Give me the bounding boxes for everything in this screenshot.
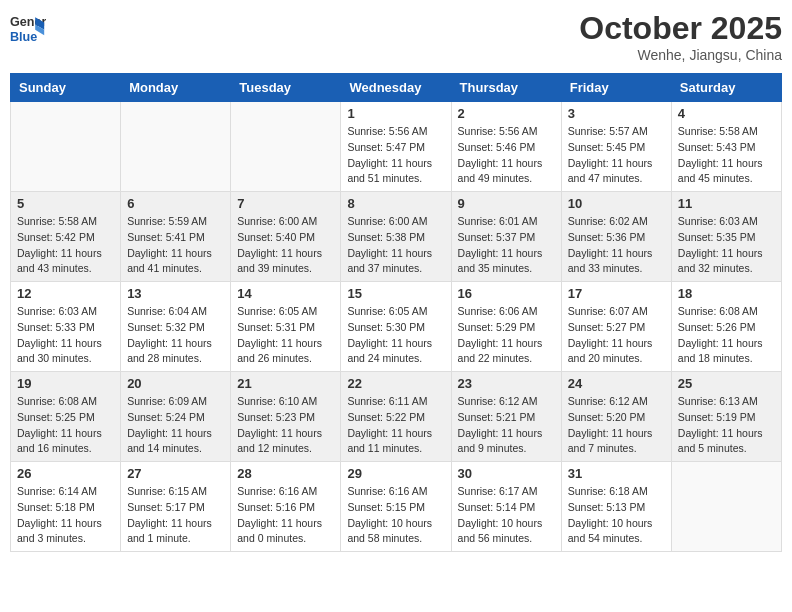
calendar-day-cell: 31Sunrise: 6:18 AM Sunset: 5:13 PM Dayli… <box>561 462 671 552</box>
svg-text:Blue: Blue <box>10 30 37 44</box>
calendar-day-cell: 11Sunrise: 6:03 AM Sunset: 5:35 PM Dayli… <box>671 192 781 282</box>
logo: General Blue <box>10 10 46 46</box>
day-number: 4 <box>678 106 775 121</box>
calendar-day-cell: 28Sunrise: 6:16 AM Sunset: 5:16 PM Dayli… <box>231 462 341 552</box>
day-info: Sunrise: 6:05 AM Sunset: 5:30 PM Dayligh… <box>347 304 444 367</box>
day-info: Sunrise: 6:06 AM Sunset: 5:29 PM Dayligh… <box>458 304 555 367</box>
calendar-week-row: 5Sunrise: 5:58 AM Sunset: 5:42 PM Daylig… <box>11 192 782 282</box>
calendar-day-cell: 27Sunrise: 6:15 AM Sunset: 5:17 PM Dayli… <box>121 462 231 552</box>
weekday-header-friday: Friday <box>561 74 671 102</box>
day-number: 5 <box>17 196 114 211</box>
day-number: 14 <box>237 286 334 301</box>
calendar-day-cell: 5Sunrise: 5:58 AM Sunset: 5:42 PM Daylig… <box>11 192 121 282</box>
day-number: 15 <box>347 286 444 301</box>
day-number: 26 <box>17 466 114 481</box>
day-number: 8 <box>347 196 444 211</box>
day-info: Sunrise: 6:15 AM Sunset: 5:17 PM Dayligh… <box>127 484 224 547</box>
calendar-day-cell: 15Sunrise: 6:05 AM Sunset: 5:30 PM Dayli… <box>341 282 451 372</box>
day-info: Sunrise: 6:04 AM Sunset: 5:32 PM Dayligh… <box>127 304 224 367</box>
calendar-day-cell: 30Sunrise: 6:17 AM Sunset: 5:14 PM Dayli… <box>451 462 561 552</box>
calendar-day-cell: 19Sunrise: 6:08 AM Sunset: 5:25 PM Dayli… <box>11 372 121 462</box>
calendar-day-cell <box>231 102 341 192</box>
calendar-day-cell: 4Sunrise: 5:58 AM Sunset: 5:43 PM Daylig… <box>671 102 781 192</box>
calendar-week-row: 26Sunrise: 6:14 AM Sunset: 5:18 PM Dayli… <box>11 462 782 552</box>
calendar-day-cell: 13Sunrise: 6:04 AM Sunset: 5:32 PM Dayli… <box>121 282 231 372</box>
day-info: Sunrise: 6:09 AM Sunset: 5:24 PM Dayligh… <box>127 394 224 457</box>
day-info: Sunrise: 6:12 AM Sunset: 5:20 PM Dayligh… <box>568 394 665 457</box>
weekday-header-saturday: Saturday <box>671 74 781 102</box>
calendar-day-cell: 16Sunrise: 6:06 AM Sunset: 5:29 PM Dayli… <box>451 282 561 372</box>
day-number: 20 <box>127 376 224 391</box>
calendar-day-cell: 25Sunrise: 6:13 AM Sunset: 5:19 PM Dayli… <box>671 372 781 462</box>
day-info: Sunrise: 6:00 AM Sunset: 5:38 PM Dayligh… <box>347 214 444 277</box>
day-number: 6 <box>127 196 224 211</box>
calendar-day-cell: 29Sunrise: 6:16 AM Sunset: 5:15 PM Dayli… <box>341 462 451 552</box>
calendar-day-cell: 12Sunrise: 6:03 AM Sunset: 5:33 PM Dayli… <box>11 282 121 372</box>
day-info: Sunrise: 5:59 AM Sunset: 5:41 PM Dayligh… <box>127 214 224 277</box>
day-number: 25 <box>678 376 775 391</box>
day-number: 9 <box>458 196 555 211</box>
weekday-header-row: SundayMondayTuesdayWednesdayThursdayFrid… <box>11 74 782 102</box>
calendar-day-cell: 8Sunrise: 6:00 AM Sunset: 5:38 PM Daylig… <box>341 192 451 282</box>
calendar-day-cell: 20Sunrise: 6:09 AM Sunset: 5:24 PM Dayli… <box>121 372 231 462</box>
day-info: Sunrise: 6:02 AM Sunset: 5:36 PM Dayligh… <box>568 214 665 277</box>
calendar-day-cell <box>121 102 231 192</box>
day-number: 3 <box>568 106 665 121</box>
day-number: 21 <box>237 376 334 391</box>
day-number: 29 <box>347 466 444 481</box>
day-number: 30 <box>458 466 555 481</box>
day-number: 7 <box>237 196 334 211</box>
calendar-day-cell: 3Sunrise: 5:57 AM Sunset: 5:45 PM Daylig… <box>561 102 671 192</box>
weekday-header-wednesday: Wednesday <box>341 74 451 102</box>
day-info: Sunrise: 6:08 AM Sunset: 5:25 PM Dayligh… <box>17 394 114 457</box>
calendar-day-cell <box>671 462 781 552</box>
day-info: Sunrise: 6:00 AM Sunset: 5:40 PM Dayligh… <box>237 214 334 277</box>
calendar-week-row: 1Sunrise: 5:56 AM Sunset: 5:47 PM Daylig… <box>11 102 782 192</box>
calendar-day-cell: 9Sunrise: 6:01 AM Sunset: 5:37 PM Daylig… <box>451 192 561 282</box>
day-number: 13 <box>127 286 224 301</box>
calendar-week-row: 12Sunrise: 6:03 AM Sunset: 5:33 PM Dayli… <box>11 282 782 372</box>
logo-icon: General Blue <box>10 10 46 46</box>
day-info: Sunrise: 6:05 AM Sunset: 5:31 PM Dayligh… <box>237 304 334 367</box>
day-info: Sunrise: 5:56 AM Sunset: 5:46 PM Dayligh… <box>458 124 555 187</box>
day-info: Sunrise: 6:14 AM Sunset: 5:18 PM Dayligh… <box>17 484 114 547</box>
day-number: 28 <box>237 466 334 481</box>
day-info: Sunrise: 6:18 AM Sunset: 5:13 PM Dayligh… <box>568 484 665 547</box>
day-info: Sunrise: 6:11 AM Sunset: 5:22 PM Dayligh… <box>347 394 444 457</box>
title-area: October 2025 Wenhe, Jiangsu, China <box>579 10 782 63</box>
calendar-day-cell: 22Sunrise: 6:11 AM Sunset: 5:22 PM Dayli… <box>341 372 451 462</box>
day-info: Sunrise: 6:01 AM Sunset: 5:37 PM Dayligh… <box>458 214 555 277</box>
calendar-day-cell: 23Sunrise: 6:12 AM Sunset: 5:21 PM Dayli… <box>451 372 561 462</box>
weekday-header-sunday: Sunday <box>11 74 121 102</box>
day-number: 19 <box>17 376 114 391</box>
day-number: 27 <box>127 466 224 481</box>
month-title: October 2025 <box>579 10 782 47</box>
calendar-day-cell: 17Sunrise: 6:07 AM Sunset: 5:27 PM Dayli… <box>561 282 671 372</box>
day-info: Sunrise: 6:03 AM Sunset: 5:33 PM Dayligh… <box>17 304 114 367</box>
calendar-day-cell: 26Sunrise: 6:14 AM Sunset: 5:18 PM Dayli… <box>11 462 121 552</box>
calendar-week-row: 19Sunrise: 6:08 AM Sunset: 5:25 PM Dayli… <box>11 372 782 462</box>
day-number: 22 <box>347 376 444 391</box>
day-info: Sunrise: 5:58 AM Sunset: 5:43 PM Dayligh… <box>678 124 775 187</box>
day-info: Sunrise: 6:13 AM Sunset: 5:19 PM Dayligh… <box>678 394 775 457</box>
day-number: 31 <box>568 466 665 481</box>
day-info: Sunrise: 5:58 AM Sunset: 5:42 PM Dayligh… <box>17 214 114 277</box>
day-number: 11 <box>678 196 775 211</box>
calendar-day-cell: 10Sunrise: 6:02 AM Sunset: 5:36 PM Dayli… <box>561 192 671 282</box>
calendar-day-cell: 14Sunrise: 6:05 AM Sunset: 5:31 PM Dayli… <box>231 282 341 372</box>
calendar-day-cell: 1Sunrise: 5:56 AM Sunset: 5:47 PM Daylig… <box>341 102 451 192</box>
day-info: Sunrise: 6:12 AM Sunset: 5:21 PM Dayligh… <box>458 394 555 457</box>
calendar-table: SundayMondayTuesdayWednesdayThursdayFrid… <box>10 73 782 552</box>
day-number: 1 <box>347 106 444 121</box>
location: Wenhe, Jiangsu, China <box>579 47 782 63</box>
weekday-header-thursday: Thursday <box>451 74 561 102</box>
weekday-header-monday: Monday <box>121 74 231 102</box>
calendar-day-cell: 18Sunrise: 6:08 AM Sunset: 5:26 PM Dayli… <box>671 282 781 372</box>
day-info: Sunrise: 6:07 AM Sunset: 5:27 PM Dayligh… <box>568 304 665 367</box>
day-info: Sunrise: 6:10 AM Sunset: 5:23 PM Dayligh… <box>237 394 334 457</box>
calendar-day-cell: 7Sunrise: 6:00 AM Sunset: 5:40 PM Daylig… <box>231 192 341 282</box>
weekday-header-tuesday: Tuesday <box>231 74 341 102</box>
day-number: 10 <box>568 196 665 211</box>
day-info: Sunrise: 6:03 AM Sunset: 5:35 PM Dayligh… <box>678 214 775 277</box>
day-number: 17 <box>568 286 665 301</box>
